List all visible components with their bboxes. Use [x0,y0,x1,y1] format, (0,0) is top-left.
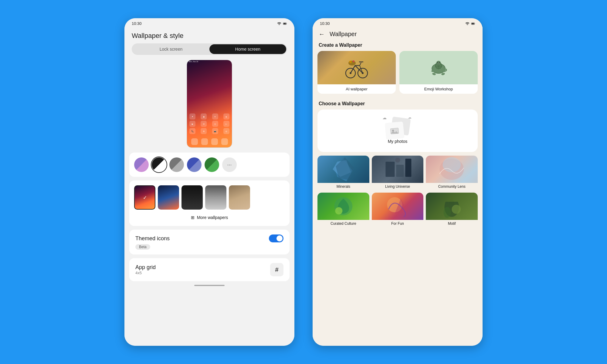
wallpaper-page-title: Wallpaper [330,31,357,38]
minerals-illustration [317,156,369,183]
wallpaper-item-living-universe[interactable]: Living Universe [372,156,424,190]
emoji-workshop-card[interactable]: Emoji Workshop [399,51,478,94]
more-wallpapers-icon: ⊞ [191,215,195,220]
color-swatch-green[interactable] [205,157,219,172]
wallpaper-thumb-4[interactable] [205,185,226,210]
phone-preview[interactable]: Mon, Nov 20 ● ◉ ✦ ◈ ▶ ✉ ◷ ▷ [187,60,232,148]
preview-icon-11: 📷 [212,128,218,134]
app-grid-section[interactable]: App grid 4x5 # [129,258,290,281]
wallpaper-item-community-lens[interactable]: Community Lens [426,156,478,190]
living-universe-illustration [372,156,424,183]
app-grid-button[interactable]: # [270,263,283,276]
photo-card-front [385,121,405,140]
svg-point-25 [436,61,441,65]
svg-rect-3 [472,23,474,24]
tab-home-screen[interactable]: Home screen [209,44,286,54]
choose-section-heading: Choose a Wallpaper [313,99,483,110]
preview-icon-1: ● [189,113,195,120]
svg-line-10 [351,66,355,73]
dock-icon-4 [221,138,228,145]
more-wallpapers-button[interactable]: ⊞ More wallpapers [134,214,285,221]
community-lens-illustration [426,156,478,183]
color-swatch-blue[interactable] [187,157,202,172]
preview-icon-10: ⚙ [201,128,207,134]
emoji-workshop-bg [399,51,478,84]
svg-line-9 [355,66,363,73]
for-fun-image [372,193,424,220]
time-left: 10:30 [132,21,142,26]
svg-rect-37 [385,162,395,177]
beta-badge: Beta [135,244,150,250]
color-swatches: ··· [134,157,285,172]
create-wallpaper-row: AI wallpaper [313,51,483,99]
wallpaper-section: ✓ ⊞ More wallpapers [129,180,290,226]
wallpaper-item-curated-culture[interactable]: Curated Culture [317,193,369,227]
wallpaper-thumb-2[interactable] [158,185,179,210]
cloud-left: ☁ [382,115,387,120]
svg-marker-36 [336,157,354,180]
svg-rect-38 [396,165,404,177]
svg-point-44 [335,207,342,214]
svg-rect-1 [283,23,286,24]
for-fun-label: For Fun [372,220,424,227]
dock-icon-2 [201,138,208,145]
bottom-spacer [313,227,483,233]
svg-point-16 [349,61,352,63]
svg-point-46 [452,205,461,214]
ai-wallpaper-card[interactable]: AI wallpaper [317,51,396,94]
themed-icons-toggle[interactable] [269,234,283,242]
dock-icon-1 [191,138,198,145]
battery-icon-right [471,22,475,26]
color-swatch-dark[interactable] [152,157,166,172]
more-colors-button[interactable]: ··· [222,157,237,172]
wallpaper-item-motif[interactable]: Motif [426,193,478,227]
preview-dock [187,138,232,145]
my-photos-card[interactable]: ☁ ☁ My photos [317,110,478,152]
app-grid-info: App grid 4x5 [135,264,156,275]
status-bar-left: 10:30 [124,18,294,27]
preview-icon-6: ✉ [201,121,207,127]
back-button[interactable]: ← [319,31,325,38]
living-universe-label: Living Universe [372,183,424,190]
emoji-workshop-label: Emoji Workshop [399,84,478,94]
preview-date: Mon, Nov 20 [187,60,232,63]
color-swatch-purple[interactable] [134,157,149,172]
curated-culture-illustration [317,193,369,220]
themed-icons-header: Themed icons [135,234,283,242]
dock-icon-3 [211,138,218,145]
time-right: 10:30 [320,21,330,26]
svg-rect-39 [405,159,411,177]
wallpaper-thumb-5[interactable] [229,185,250,210]
more-wallpapers-label: More wallpapers [197,215,228,220]
community-lens-image [426,156,478,183]
svg-point-17 [353,60,354,62]
themed-icons-section: Themed icons Beta [129,230,290,254]
for-fun-illustration [372,193,424,220]
battery-icon-left [283,22,287,26]
photos-stack: ☁ ☁ [385,118,410,139]
status-bar-right: 10:30 [313,18,483,27]
home-indicator [194,285,225,286]
color-swatch-gray[interactable] [169,157,184,172]
living-universe-image [372,156,424,183]
curated-culture-image [317,193,369,220]
preview-icon-12: ◎ [223,128,229,134]
color-section: ··· [129,153,290,177]
preview-screen: Mon, Nov 20 ● ◉ ✦ ◈ ▶ ✉ ◷ ▷ [187,60,232,147]
emoji-workshop-image [399,51,478,84]
status-icons-right [465,22,475,26]
svg-point-26 [437,62,438,63]
wallpaper-item-minerals[interactable]: Minerals [317,156,369,190]
tab-lock-screen[interactable]: Lock screen [133,44,209,54]
wallpaper-item-for-fun[interactable]: For Fun [372,193,424,227]
landscape-icon [390,126,399,135]
wallpaper-grid: Minerals Living Universe [313,156,483,227]
right-screen-content: ← Wallpaper Create a Wallpaper [313,27,483,346]
right-phone: 10:30 ← Wallpaper Create a Wallpaper [313,18,483,346]
wallpaper-thumb-1[interactable]: ✓ [134,185,155,210]
preview-icon-2: ◉ [201,113,207,120]
left-screen-content: Wallpaper & style Lock screen Home scree… [124,27,294,346]
wallpaper-thumb-3[interactable] [181,185,203,210]
tab-switcher[interactable]: Lock screen Home screen [132,43,287,55]
page-title-left: Wallpaper & style [124,27,294,43]
